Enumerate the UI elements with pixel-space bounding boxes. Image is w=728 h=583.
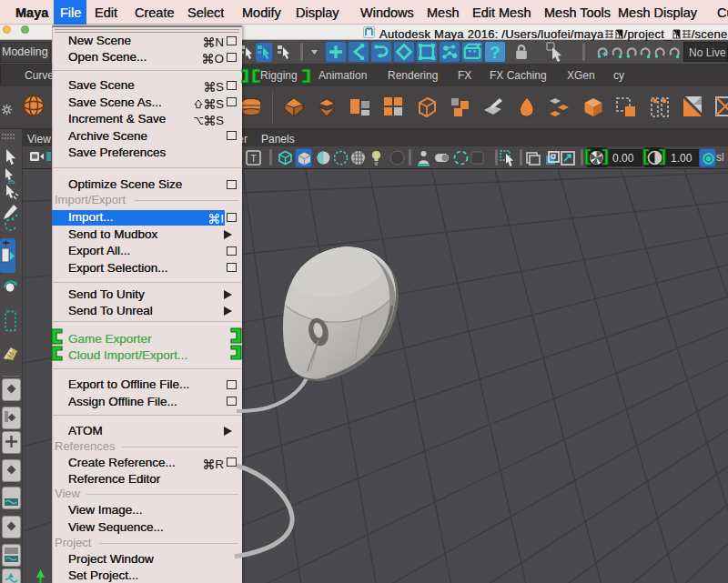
svg-text:T: T	[250, 153, 257, 164]
svg-text:?: ?	[490, 43, 500, 62]
